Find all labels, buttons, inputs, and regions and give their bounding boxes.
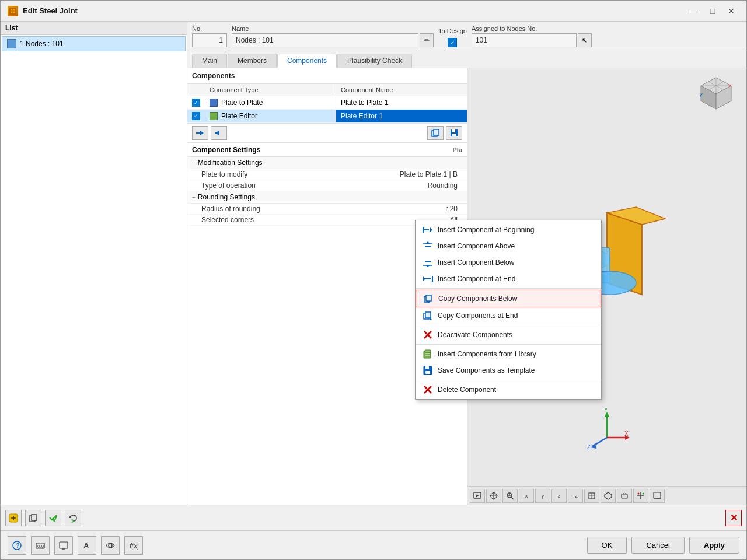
list-item[interactable]: 1 Nodes : 101 — [2, 36, 186, 51]
main-window: Edit Steel Joint — □ ✕ List 1 Nodes : 10… — [0, 0, 747, 560]
svg-rect-56 — [423, 229, 429, 230]
svg-rect-12 — [452, 134, 456, 136]
footer-help-button[interactable]: ? — [8, 536, 26, 555]
minimize-button[interactable]: — — [686, 5, 702, 18]
title-bar: Edit Steel Joint — □ ✕ — [1, 1, 746, 22]
ctx-insert-below[interactable]: Insert Component Below — [416, 254, 601, 271]
vp-btn-9[interactable] — [601, 489, 616, 503]
footer-formula-button[interactable]: f(x) — [124, 536, 143, 555]
row-2-type-icon — [210, 112, 218, 120]
bottom-btn-check[interactable] — [45, 510, 61, 526]
bottom-btn-duplicate[interactable] — [25, 510, 41, 526]
main-content: List 1 Nodes : 101 No. Name ✏ — [1, 22, 746, 505]
ctx-copy-below[interactable]: Copy Components Below — [416, 290, 601, 307]
tab-components[interactable]: Components — [277, 54, 337, 68]
to-design-label: To Design — [438, 27, 467, 34]
list-item-label: 1 Nodes : 101 — [20, 40, 64, 48]
ctx-copy-below-icon — [423, 293, 434, 304]
footer-display-button[interactable] — [54, 536, 73, 555]
ctx-save-template[interactable]: Save Components as Template — [416, 362, 601, 379]
svg-rect-47 — [622, 494, 627, 498]
vp-btn-12[interactable] — [650, 489, 665, 503]
to-design-checkbox[interactable]: ✓ — [448, 38, 457, 47]
comp-btn-2[interactable] — [211, 126, 227, 140]
ctx-insert-library-icon — [423, 349, 433, 359]
vp-btn-4[interactable]: x — [519, 489, 534, 503]
vp-btn-6[interactable]: z — [551, 489, 567, 503]
svg-marker-66 — [423, 276, 425, 281]
ctx-insert-end[interactable]: Insert Component at End — [416, 271, 601, 287]
svg-text:x: x — [729, 82, 732, 88]
tab-main[interactable]: Main — [192, 54, 227, 68]
settings-row-radius: Radius of rounding r 20 — [187, 204, 467, 215]
svg-line-40 — [511, 497, 514, 499]
svg-rect-65 — [425, 278, 431, 279]
row-1-type: Plate to Plate — [205, 96, 336, 109]
footer: ? 0.00 A f(x) OK Cancel Apply — [1, 530, 746, 559]
row-1-check[interactable]: ✓ — [187, 99, 205, 107]
list-item-icon — [7, 39, 16, 48]
assigned-input[interactable] — [472, 33, 577, 47]
vp-btn-3[interactable] — [502, 489, 518, 503]
name-edit-button[interactable]: ✏ — [420, 33, 434, 47]
ctx-sep-1 — [416, 288, 601, 289]
context-menu: Insert Component at Beginning Insert Com… — [415, 220, 602, 400]
svg-text:X: X — [624, 430, 629, 437]
footer-annotation-button[interactable]: A — [78, 536, 96, 555]
svg-text:Y: Y — [604, 408, 608, 413]
cancel-button[interactable]: Cancel — [631, 537, 684, 554]
footer-numeric-button[interactable]: 0.00 — [31, 536, 50, 555]
settings-table: − Modification Settings Plate to modify … — [187, 157, 467, 226]
vp-btn-10[interactable] — [617, 489, 632, 503]
ctx-delete[interactable]: Delete Component — [416, 382, 601, 398]
ctx-deactivate-icon — [423, 330, 433, 340]
assigned-select-button[interactable]: ↖ — [578, 33, 592, 47]
ctx-sep-3 — [416, 344, 601, 345]
component-row-1[interactable]: ✓ Plate to Plate Plate to Plate 1 — [187, 96, 467, 110]
maximize-button[interactable]: □ — [704, 5, 721, 18]
settings-row-type-operation: Type of operation Rounding — [187, 180, 467, 191]
vp-btn-1[interactable] — [470, 489, 485, 503]
name-input[interactable] — [232, 33, 418, 47]
vp-btn-5[interactable]: y — [535, 489, 550, 503]
viewport-toolbar: x y z -z — [467, 486, 746, 505]
row-2-check[interactable]: ✓ — [187, 112, 205, 120]
bottom-btn-undo[interactable] — [65, 510, 81, 526]
svg-rect-4 — [196, 132, 201, 134]
vp-btn-7[interactable]: -z — [568, 489, 583, 503]
ctx-insert-above[interactable]: Insert Component Above — [416, 238, 601, 254]
comp-btn-3[interactable] — [427, 126, 444, 140]
assigned-input-group: ↖ — [472, 33, 592, 47]
bottom-btn-add[interactable] — [5, 510, 22, 526]
vp-btn-2[interactable] — [486, 489, 501, 503]
ctx-deactivate[interactable]: Deactivate Components — [416, 327, 601, 343]
rounding-group-header[interactable]: − Rounding Settings — [187, 191, 467, 204]
no-input[interactable] — [192, 33, 227, 47]
modification-group-header[interactable]: − Modification Settings — [187, 157, 467, 169]
svg-rect-62 — [425, 261, 431, 262]
component-row-2[interactable]: ✓ Plate Editor Plate Editor 1 — [187, 110, 467, 123]
collapse-icon-1: − — [192, 160, 196, 166]
close-button[interactable]: ✕ — [723, 5, 739, 18]
ok-button[interactable]: OK — [587, 537, 627, 554]
ctx-insert-library[interactable]: Insert Components from Library — [416, 346, 601, 362]
settings-group-modification: − Modification Settings Plate to modify … — [187, 157, 467, 191]
tab-plausibility[interactable]: Plausibility Check — [337, 54, 412, 68]
row-2-type: Plate Editor — [205, 110, 336, 123]
name-label: Name — [232, 25, 434, 32]
bottom-btn-delete[interactable]: ✕ — [725, 510, 742, 526]
comp-btn-1[interactable] — [192, 126, 208, 140]
vp-btn-8[interactable] — [584, 489, 599, 503]
ctx-insert-beginning[interactable]: Insert Component at Beginning — [416, 222, 601, 238]
svg-rect-11 — [452, 130, 455, 132]
to-design-group: To Design ✓ — [438, 27, 467, 47]
apply-button[interactable]: Apply — [689, 537, 739, 554]
ctx-copy-end[interactable]: Copy Components at End — [416, 307, 601, 324]
cube-widget[interactable]: y x — [695, 75, 737, 117]
footer-view-button[interactable] — [101, 536, 120, 555]
tab-members[interactable]: Members — [228, 54, 277, 68]
vp-btn-11[interactable] — [633, 489, 648, 503]
title-bar-controls: — □ ✕ — [686, 5, 739, 18]
bottom-toolbar: ✕ — [1, 505, 746, 530]
comp-btn-4[interactable] — [446, 126, 462, 140]
